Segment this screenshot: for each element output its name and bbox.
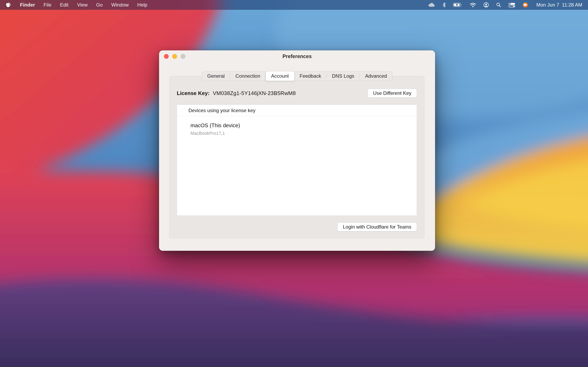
minimize-button[interactable] <box>172 54 177 59</box>
tab-advanced[interactable]: Advanced <box>360 72 392 81</box>
bluetooth-icon[interactable] <box>443 2 446 7</box>
window-title: Preferences <box>282 53 311 59</box>
battery-charging-icon[interactable] <box>453 2 462 7</box>
menu-go[interactable]: Go <box>96 2 103 8</box>
tab-account-selected[interactable]: Account <box>266 71 294 81</box>
cloudflare-warp-menu-icon[interactable] <box>523 2 528 8</box>
tab-connection[interactable]: Connection <box>230 72 265 81</box>
menu-bar-clock[interactable]: Mon Jun 7 11:28 AM <box>536 2 582 8</box>
preferences-window: Preferences General Connection Account F… <box>159 50 435 251</box>
license-key-row: License Key: VM038Zg1-5Y146jXN-23B5RwM8 … <box>177 89 417 98</box>
tab-general[interactable]: General <box>202 72 230 81</box>
menu-bar: Finder File Edit View Go Window Help <box>0 0 588 10</box>
menu-window[interactable]: Window <box>111 2 129 8</box>
close-button[interactable] <box>164 54 169 59</box>
menu-view[interactable]: View <box>77 2 87 8</box>
devices-list-box: Devices using your license key macOS (Th… <box>177 105 417 216</box>
apple-menu-icon[interactable] <box>6 2 11 8</box>
menu-bar-status: Mon Jun 7 11:28 AM <box>428 2 582 8</box>
login-cloudflare-teams-button[interactable]: Login with Cloudflare for Teams <box>337 222 417 231</box>
license-key-label: License Key: <box>177 90 209 96</box>
zoom-button-disabled <box>181 54 185 59</box>
preferences-tab-strip: General Connection Account Feedback DNS … <box>202 71 392 81</box>
window-titlebar[interactable]: Preferences <box>159 50 435 62</box>
device-model: MacBookPro17,1 <box>190 131 417 136</box>
cloud-icon[interactable] <box>428 2 435 7</box>
account-tab-panel: License Key: VM038Zg1-5Y146jXN-23B5RwM8 … <box>169 76 424 238</box>
traffic-lights <box>164 54 185 59</box>
license-key-value: VM038Zg1-5Y146jXN-23B5RwM8 <box>213 90 296 96</box>
menu-file[interactable]: File <box>43 2 52 8</box>
user-account-icon[interactable] <box>484 2 489 8</box>
menu-app-name[interactable]: Finder <box>20 2 35 8</box>
tab-feedback[interactable]: Feedback <box>294 72 326 81</box>
menu-help[interactable]: Help <box>137 2 147 8</box>
spotlight-search-icon[interactable] <box>496 2 501 7</box>
tab-dns-logs[interactable]: DNS Logs <box>327 72 360 81</box>
control-center-icon[interactable] <box>508 3 515 7</box>
menu-bar-left: Finder File Edit View Go Window Help <box>6 2 147 8</box>
device-list-item: macOS (This device) MacBookPro17,1 <box>177 116 417 136</box>
devices-list-header: Devices using your license key <box>177 105 417 116</box>
wifi-icon[interactable] <box>470 2 476 7</box>
device-name: macOS (This device) <box>190 122 417 129</box>
menu-edit[interactable]: Edit <box>60 2 68 8</box>
use-different-key-button[interactable]: Use Different Key <box>367 89 417 98</box>
